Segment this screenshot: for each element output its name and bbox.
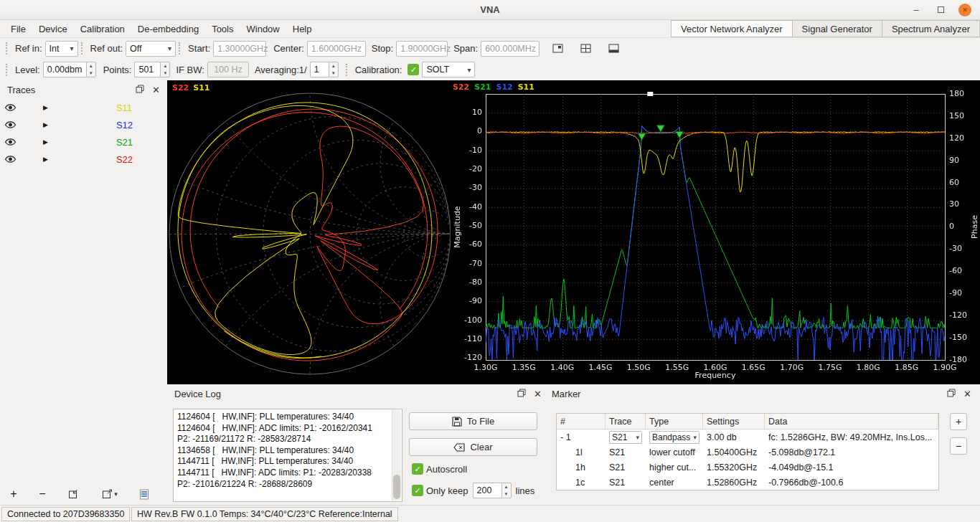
marker-trace-select[interactable]: S21▾ — [609, 431, 642, 444]
ref-in-select[interactable]: Int ▾ — [45, 41, 78, 57]
marker-col-header-num[interactable]: # — [557, 414, 606, 429]
import-button[interactable] — [63, 485, 82, 503]
close-panel-icon[interactable]: ✕ — [534, 389, 542, 399]
marker-col-header-type[interactable]: Type — [646, 414, 703, 429]
device-log-output[interactable]: 1124604 [ HW,INF]: PLL temperatures: 34/… — [173, 409, 402, 502]
marker-row-1c[interactable]: 1cS21center1.52860GHz-0.7966db@-100.6 — [557, 475, 938, 490]
marker-row-1h[interactable]: 1hS21higher cut...1.55320GHz-4.049db@-15… — [557, 460, 938, 475]
toolbar-handle[interactable] — [179, 42, 182, 54]
expander-icon[interactable]: ▶ — [43, 104, 48, 111]
remove-trace-button[interactable]: − — [33, 485, 52, 503]
averaging-value[interactable]: 1 — [310, 62, 329, 77]
spin-up-icon[interactable]: ▲ — [161, 62, 169, 70]
toolbar-handle[interactable] — [6, 64, 9, 76]
spin-up-icon[interactable]: ▲ — [329, 62, 338, 70]
start-input[interactable]: 1.30000GHz — [213, 41, 266, 57]
add-marker-button[interactable]: + — [950, 413, 967, 430]
spin-down-icon[interactable]: ▼ — [502, 490, 511, 498]
marker-settings-cell[interactable]: 1.50400GHz — [703, 447, 765, 457]
chart-layout-split-button[interactable] — [604, 40, 623, 57]
spin-up-icon[interactable]: ▲ — [87, 62, 95, 70]
mode-tab-vector-network-analyzer[interactable]: Vector Network Analyzer — [671, 20, 793, 37]
menu-item-file[interactable]: File — [4, 20, 32, 37]
mode-tab-spectrum-analyzer[interactable]: Spectrum Analyzer — [882, 20, 980, 37]
marker-row-1[interactable]: - 1S21▾Bandpass▾3.00 dbfc: 1.5286GHz, BW… — [557, 430, 938, 445]
menu-item-help[interactable]: Help — [286, 20, 319, 37]
log-notebook-button[interactable] — [135, 485, 154, 503]
float-panel-icon[interactable] — [947, 389, 956, 399]
spin-up-icon[interactable]: ▲ — [502, 483, 511, 490]
float-panel-icon[interactable] — [136, 85, 144, 95]
ref-out-select[interactable]: Off ▾ — [126, 41, 176, 57]
stop-input[interactable]: 1.90000GHz — [396, 41, 448, 57]
visibility-eye-icon[interactable] — [4, 103, 17, 112]
visibility-eye-icon[interactable] — [4, 120, 17, 129]
menu-item-tools[interactable]: Tools — [205, 20, 240, 37]
only-keep-value[interactable]: 200 — [473, 483, 501, 498]
chart-layout-single-button[interactable] — [548, 40, 567, 57]
points-spin-arrows[interactable]: ▲ ▼ — [160, 62, 170, 77]
marker-settings-cell[interactable]: 3.00 db — [703, 432, 765, 442]
autoscroll-checkbox-row[interactable]: ✓ Autoscroll — [409, 463, 467, 475]
close-button[interactable]: ✕ — [958, 4, 971, 16]
remove-marker-button[interactable]: − — [950, 437, 967, 455]
autoscroll-checkbox[interactable]: ✓ — [412, 463, 423, 475]
only-keep-checkbox[interactable]: ✓ — [412, 485, 423, 496]
log-clear-button[interactable]: Clear — [409, 438, 537, 456]
toolbar-handle[interactable] — [81, 42, 85, 54]
marker-settings-cell[interactable]: 1.55320GHz — [703, 462, 765, 473]
spin-down-icon[interactable]: ▼ — [87, 70, 95, 77]
spin-down-icon[interactable]: ▼ — [329, 70, 338, 77]
chart-layout-grid-button[interactable] — [576, 40, 595, 57]
marker-col-header-settings[interactable]: Settings — [703, 414, 765, 429]
maximize-button[interactable] — [934, 4, 947, 16]
menu-item-device[interactable]: Device — [32, 20, 74, 37]
minimize-button[interactable]: – — [910, 4, 923, 16]
visibility-eye-icon[interactable] — [4, 155, 17, 163]
only-keep-checkbox-row[interactable]: ✓ Only keep 200 ▲ ▼ lines — [409, 483, 534, 498]
marker-row-1l[interactable]: 1lS21lower cutoff1.50400GHz-5.098db@172.… — [557, 445, 938, 460]
span-input[interactable]: 600.000MHz — [481, 41, 540, 57]
only-keep-spin-arrows[interactable]: ▲ ▼ — [501, 483, 512, 498]
marker-col-header-data[interactable]: Data — [765, 414, 938, 429]
marker-type-select[interactable]: Bandpass▾ — [649, 431, 699, 444]
log-scrollbar[interactable] — [392, 410, 401, 500]
averaging-spin-arrows[interactable]: ▲ ▼ — [329, 62, 339, 77]
points-spinbox[interactable]: 501 ▲ ▼ — [134, 62, 170, 77]
toolbar-handle[interactable] — [346, 64, 349, 76]
smith-chart-canvas[interactable] — [167, 80, 451, 384]
points-value[interactable]: 501 — [134, 62, 160, 77]
trace-row-s22[interactable]: ▶S22 — [0, 151, 167, 168]
expander-icon[interactable]: ▶ — [43, 156, 48, 163]
level-value[interactable]: 0.00dbm — [43, 62, 86, 77]
log-to-file-button[interactable]: To File — [409, 412, 537, 430]
level-spinbox[interactable]: 0.00dbm ▲ ▼ — [43, 62, 96, 77]
export-button[interactable]: ▾ — [96, 485, 123, 503]
marker-col-header-trace[interactable]: Trace — [606, 414, 646, 429]
spin-down-icon[interactable]: ▼ — [161, 70, 169, 77]
calibration-select[interactable]: SOLT ▾ — [422, 62, 475, 77]
expander-icon[interactable]: ▶ — [43, 121, 48, 128]
mode-tab-signal-generator[interactable]: Signal Generator — [792, 20, 882, 37]
marker-settings-cell[interactable]: 1.52860GHz — [703, 478, 765, 488]
visibility-eye-icon[interactable] — [4, 138, 17, 146]
menu-item-calibration[interactable]: Calibration — [74, 20, 131, 37]
log-scrollbar-thumb[interactable] — [393, 475, 400, 499]
center-input[interactable]: 1.60000GHz — [307, 41, 366, 57]
add-trace-button[interactable]: + — [4, 485, 23, 503]
averaging-spinbox[interactable]: 1 ▲ ▼ — [310, 62, 339, 77]
toolbar-handle[interactable] — [6, 42, 9, 54]
level-spin-arrows[interactable]: ▲ ▼ — [86, 62, 96, 77]
trace-row-s21[interactable]: ▶S21 — [0, 133, 167, 151]
close-panel-icon[interactable]: ✕ — [152, 85, 160, 95]
menu-item-de-embedding[interactable]: De-embedding — [131, 20, 205, 37]
calibration-checkbox[interactable]: ✓ — [407, 64, 419, 75]
trace-row-s12[interactable]: ▶S12 — [0, 116, 167, 133]
float-panel-icon[interactable] — [517, 389, 526, 399]
trace-row-s11[interactable]: ▶S11 — [0, 99, 167, 116]
close-panel-icon[interactable]: ✕ — [963, 389, 971, 399]
expander-icon[interactable]: ▶ — [43, 138, 48, 146]
magnitude-plot-canvas[interactable] — [451, 80, 980, 384]
menu-item-window[interactable]: Window — [240, 20, 286, 37]
only-keep-spinbox[interactable]: 200 ▲ ▼ — [473, 483, 512, 498]
